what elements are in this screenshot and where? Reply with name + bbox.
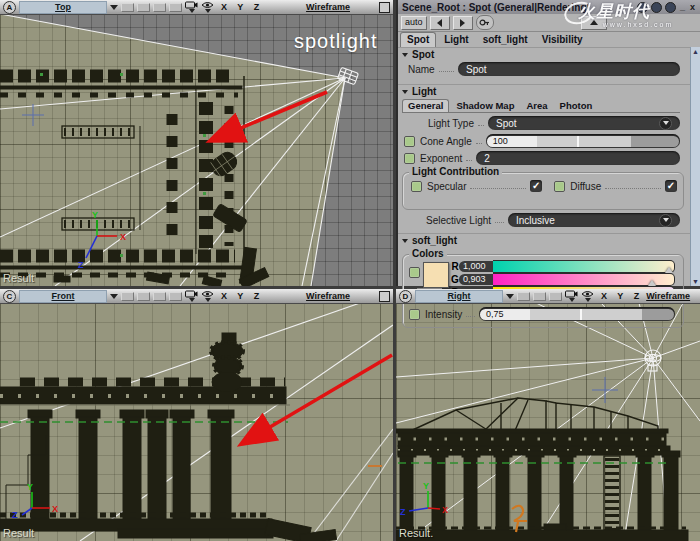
dotted-leader: [439, 64, 454, 72]
selective-light-value: Inclusive: [516, 215, 555, 226]
tab-shadow-map[interactable]: Shadow Map: [451, 100, 519, 112]
exponent-input[interactable]: 2: [476, 151, 680, 165]
scroll-up-icon[interactable]: ▲: [692, 48, 699, 55]
shading-mode-selector[interactable]: Wireframe: [306, 291, 350, 301]
viewport-letter-badge[interactable]: D: [399, 290, 412, 303]
memo-cam-button[interactable]: [549, 292, 562, 301]
minimize-icon[interactable]: _: [679, 3, 686, 12]
animatable-indicator[interactable]: [409, 309, 420, 320]
light-type-select[interactable]: Spot: [488, 116, 680, 130]
axes-toggle[interactable]: X Y Z: [221, 291, 263, 301]
axes-toggle[interactable]: X Y Z: [601, 291, 643, 301]
memo-cam-button[interactable]: [169, 292, 182, 301]
dotted-leader: [478, 118, 484, 126]
prev-button[interactable]: [430, 16, 450, 30]
panel-option-icon[interactable]: [665, 2, 676, 13]
arrow-left-icon: [437, 19, 442, 27]
shading-mode-selector[interactable]: Wireframe: [646, 291, 690, 301]
chevron-down-icon[interactable]: [110, 5, 118, 10]
section-header-spot[interactable]: Spot: [398, 47, 690, 61]
intensity-value[interactable]: 0,75: [480, 309, 530, 320]
chevron-down-icon[interactable]: [110, 294, 118, 299]
slider-cursor[interactable]: [580, 309, 582, 320]
view-selector[interactable]: Top: [19, 1, 107, 14]
tab-area[interactable]: Area: [521, 100, 552, 112]
next-button[interactable]: [453, 16, 473, 30]
memo-cam-button[interactable]: [121, 292, 134, 301]
memo-cam-button[interactable]: [517, 292, 530, 301]
viewport-front-canvas[interactable]: Y X Z Result: [0, 303, 393, 541]
slider-track[interactable]: [530, 309, 674, 320]
specular-checkbox[interactable]: ✓: [530, 180, 542, 192]
cone-angle-slider[interactable]: 100: [486, 134, 680, 148]
crosshair: [592, 377, 618, 403]
memo-cam-button[interactable]: [153, 3, 166, 12]
channel-bar[interactable]: [493, 260, 675, 273]
maximize-viewport-button[interactable]: [379, 2, 390, 13]
lock-panel-button[interactable]: [581, 16, 607, 30]
svg-text:Y: Y: [423, 481, 429, 491]
memo-cam-button[interactable]: [533, 292, 546, 301]
panel-scrollbar[interactable]: ▲ ▼: [690, 47, 700, 286]
intensity-slider[interactable]: 0,75: [479, 307, 675, 321]
memo-cam-button[interactable]: [121, 3, 134, 12]
tab-spot[interactable]: Spot: [400, 32, 436, 47]
section-header-soft-light[interactable]: soft_light: [398, 233, 690, 247]
scroll-down-icon[interactable]: ▼: [692, 278, 699, 285]
tab-visibility[interactable]: Visibility: [536, 33, 589, 47]
view-selector[interactable]: Right: [415, 290, 503, 303]
selective-light-select[interactable]: Inclusive: [508, 213, 680, 227]
viewport-letter-badge[interactable]: C: [3, 290, 16, 303]
section-header-light[interactable]: Light: [398, 84, 690, 98]
animatable-indicator[interactable]: [404, 153, 415, 164]
memo-cam-button[interactable]: [169, 3, 182, 12]
panel-option-icon[interactable]: [637, 2, 648, 13]
eye-icon[interactable]: [201, 290, 214, 302]
animatable-indicator[interactable]: [409, 267, 420, 278]
viewport-top-canvas[interactable]: Y X Z spotlight Result: [0, 14, 393, 286]
tab-photon[interactable]: Photon: [555, 100, 598, 112]
tab-soft-light[interactable]: soft_light: [477, 33, 534, 47]
tab-light[interactable]: Light: [438, 33, 474, 47]
exponent-value: 2: [484, 153, 490, 164]
auto-update-button[interactable]: auto: [401, 16, 427, 30]
camera-icon[interactable]: [185, 290, 198, 302]
viewport-front[interactable]: C Front X Y Z Wireframe: [0, 289, 393, 541]
slider-cursor[interactable]: [577, 136, 579, 147]
memo-cam-button[interactable]: [137, 3, 150, 12]
channel-value[interactable]: 0,903: [459, 274, 493, 285]
eye-icon[interactable]: [201, 1, 214, 13]
channel-bar[interactable]: [493, 273, 675, 286]
chevron-down-icon[interactable]: [506, 294, 514, 299]
maximize-viewport-button[interactable]: [379, 291, 390, 302]
panel-titlebar[interactable]: Scene_Root : Spot (General|Rendering) _ …: [398, 0, 700, 14]
close-icon[interactable]: x: [689, 3, 696, 12]
tab-general[interactable]: General: [402, 99, 449, 112]
animatable-indicator[interactable]: [554, 181, 565, 192]
channel-value[interactable]: 1,000: [459, 261, 493, 272]
panel-option-icon[interactable]: [651, 2, 662, 13]
view-selector[interactable]: Front: [19, 290, 107, 303]
axes-toggle[interactable]: X Y Z: [221, 2, 263, 12]
memo-cam-button[interactable]: [153, 292, 166, 301]
camera-icon[interactable]: [185, 1, 198, 13]
animatable-indicator[interactable]: [404, 136, 415, 147]
animatable-indicator[interactable]: [411, 181, 422, 192]
viewport-right-canvas[interactable]: Y X Z Result.: [396, 303, 700, 541]
collapse-icon: [402, 239, 408, 243]
name-input[interactable]: Spot: [458, 62, 680, 76]
temple-side: [396, 398, 688, 541]
color-swatch[interactable]: [423, 262, 449, 288]
keyframe-button[interactable]: [476, 15, 494, 30]
memo-cam-button[interactable]: [137, 292, 150, 301]
eye-icon[interactable]: [581, 290, 594, 302]
dotted-leader: [466, 309, 475, 317]
slider-track[interactable]: [537, 136, 679, 147]
viewport-top[interactable]: A Top X Y Z Wireframe: [0, 0, 393, 286]
cone-angle-value[interactable]: 100: [487, 136, 537, 147]
spotlight-icon: [337, 67, 358, 84]
shading-mode-selector[interactable]: Wireframe: [306, 2, 350, 12]
viewport-letter-badge[interactable]: A: [3, 1, 16, 14]
diffuse-checkbox[interactable]: ✓: [665, 180, 677, 192]
camera-icon[interactable]: [565, 290, 578, 302]
